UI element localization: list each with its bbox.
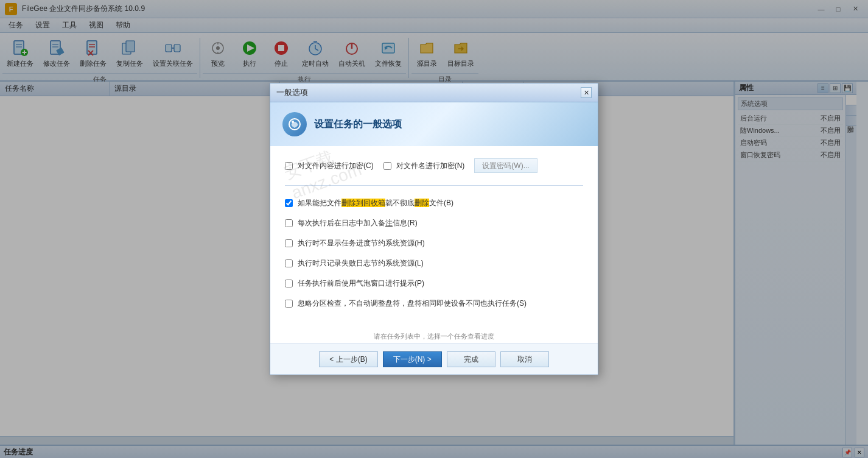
bubble-row: 任务执行前后使用气泡窗口进行提示(P) [285,278,583,289]
modal-title: 一般选项 [276,87,308,98]
ignore-partition-row: 忽略分区检查，不自动调整盘符，盘符相同即使设备不同也执行任务(S) [285,298,583,309]
next-button[interactable]: 下一步(N) > [383,351,442,367]
modal-overlay: 一般选项 ✕ 设置任务的一般选项 对文件内容进行加密(C) [0,0,868,458]
encrypt-content-row: 对文件内容进行加密(C) [285,161,374,171]
finish-button[interactable]: 完成 [447,351,495,367]
no-progress-row: 执行时不显示任务进度节约系统资源(H) [285,238,583,248]
divider-1 [285,185,583,186]
no-progress-checkbox[interactable] [285,239,293,247]
encrypt-name-checkbox[interactable] [383,162,391,170]
permanent-delete-row: 如果能把文件删除到回收箱就不彻底删除文件(B) [285,198,583,208]
encrypt-name-row: 对文件名进行加密(N) [383,161,465,171]
modal-footer-hint: 请在任务列表中，选择一个任务查看进度 [270,329,598,344]
modal-banner: 设置任务的一般选项 [270,102,598,146]
modal-banner-title: 设置任务的一般选项 [314,118,402,131]
cancel-button[interactable]: 取消 [500,351,549,367]
set-password-button[interactable]: 设置密码(W)... [474,158,537,173]
modal-body: 对文件内容进行加密(C) 对文件名进行加密(N) 设置密码(W)... 如果能把… [270,146,598,329]
modal-dialog: 一般选项 ✕ 设置任务的一般选项 对文件内容进行加密(C) [270,83,598,375]
fail-log-checkbox[interactable] [285,259,293,267]
prev-button[interactable]: < 上一步(B) [319,351,377,367]
no-progress-label[interactable]: 执行时不显示任务进度节约系统资源(H) [298,238,425,248]
add-note-row: 每次执行后在日志中加入备注信息(R) [285,218,583,228]
modal-close-button[interactable]: ✕ [581,87,592,98]
bubble-label[interactable]: 任务执行前后使用气泡窗口进行提示(P) [298,278,424,289]
modal-title-bar: 一般选项 ✕ [270,83,598,102]
permanent-delete-checkbox[interactable] [285,199,293,207]
fail-log-row: 执行时只记录失败日志节约系统资源(L) [285,258,583,269]
svg-point-39 [292,121,294,123]
encrypt-content-label[interactable]: 对文件内容进行加密(C) [298,161,374,171]
permanent-delete-label[interactable]: 如果能把文件删除到回收箱就不彻底删除文件(B) [298,198,453,208]
add-note-label[interactable]: 每次执行后在日志中加入备注信息(R) [298,218,418,228]
encrypt-name-label[interactable]: 对文件名进行加密(N) [396,161,465,171]
ignore-partition-checkbox[interactable] [285,300,293,308]
encrypt-row: 对文件内容进行加密(C) 对文件名进行加密(N) 设置密码(W)... [285,158,583,173]
encrypt-content-checkbox[interactable] [285,162,293,170]
ignore-partition-label[interactable]: 忽略分区检查，不自动调整盘符，盘符相同即使设备不同也执行任务(S) [298,298,527,309]
modal-banner-icon [282,112,307,136]
modal-footer: < 上一步(B) 下一步(N) > 完成 取消 [270,344,598,375]
fail-log-label[interactable]: 执行时只记录失败日志节约系统资源(L) [298,258,424,269]
add-note-checkbox[interactable] [285,219,293,227]
bubble-checkbox[interactable] [285,280,293,287]
